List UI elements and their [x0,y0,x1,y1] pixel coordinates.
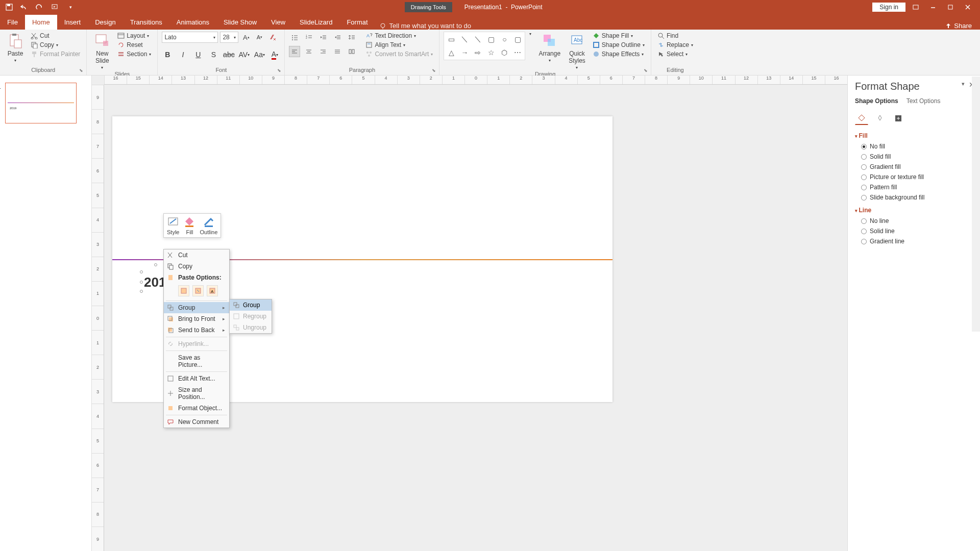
radio-solid-line[interactable]: Solid line [855,226,973,236]
align-text-button[interactable]: Align Text ▾ [363,41,435,49]
save-icon[interactable] [5,3,13,11]
paste-keep-source-icon[interactable] [192,285,204,296]
sign-in-button[interactable]: Sign in [872,3,905,12]
undo-icon[interactable] [20,3,29,11]
quick-styles-button[interactable]: Abc Quick Styles▾ [566,32,589,71]
shape-line2-icon[interactable]: ＼ [472,33,484,45]
change-case-icon[interactable]: Aa▾ [254,49,265,60]
tab-view[interactable]: View [264,15,292,30]
close-icon[interactable] [961,2,975,12]
bullets-icon[interactable] [289,32,300,43]
tab-animations[interactable]: Animations [169,15,216,30]
columns-icon[interactable] [346,46,357,57]
maximize-icon[interactable] [943,2,958,12]
selection-handle[interactable] [140,281,143,284]
italic-button[interactable]: I [177,49,188,60]
fill-section-header[interactable]: Fill [855,132,973,139]
rotation-handle[interactable] [154,263,157,266]
text-direction-button[interactable]: AText Direction ▾ [363,32,435,40]
new-slide-button[interactable]: New Slide▾ [91,32,113,71]
find-button[interactable]: Find [655,32,695,40]
pane-tab-shape-options[interactable]: Shape Options [855,97,898,107]
tab-format[interactable]: Format [339,15,375,30]
ctx-send-back[interactable]: Send to Back▸ [164,324,229,336]
arrange-button[interactable]: Arrange▾ [535,32,564,64]
tab-slidelizard[interactable]: SlideLizard [292,15,339,30]
increase-indent-icon[interactable] [332,32,343,43]
shape-line-icon[interactable]: ＼ [458,33,471,45]
tell-me-search[interactable]: Tell me what you want to do [379,22,471,30]
shape-star-icon[interactable]: ☆ [485,46,497,59]
radio-picture-fill[interactable]: Picture or texture fill [855,172,973,182]
tab-insert[interactable]: Insert [57,15,88,30]
ctx-size-pos[interactable]: Size and Position... [164,384,229,403]
tab-slideshow[interactable]: Slide Show [216,15,264,30]
mini-style-button[interactable]: Style [167,216,179,235]
shape-arrow-d-icon[interactable]: ⇨ [472,46,484,59]
radio-slide-bg-fill[interactable]: Slide background fill [855,192,973,203]
shape-arrow-r-icon[interactable]: → [458,46,471,59]
clear-formatting-icon[interactable] [267,32,278,43]
shapes-more-icon[interactable]: ▾ [529,32,531,36]
radio-gradient-fill[interactable]: Gradient fill [855,162,973,172]
convert-smartart-button[interactable]: Convert to SmartArt ▾ [363,50,435,58]
slide-canvas-area[interactable]: 1615141312111098765432101234567891011121… [92,76,847,551]
align-left-icon[interactable] [289,46,300,57]
line-section-header[interactable]: Line [855,207,973,214]
font-launcher-icon[interactable]: ⬊ [277,68,283,74]
increase-font-icon[interactable]: A▴ [240,32,252,43]
shape-effects-button[interactable]: Shape Effects ▾ [591,50,647,58]
pane-options-icon[interactable]: ▾ [962,81,965,87]
slide-thumbnail-1[interactable]: 1 2019 [5,83,77,123]
shape-hex-icon[interactable]: ⬡ [498,46,510,59]
paragraph-launcher-icon[interactable]: ⬊ [432,68,438,74]
size-category-icon[interactable] [892,112,905,125]
align-center-icon[interactable] [303,46,314,57]
selection-handle[interactable] [140,270,143,273]
shape-oval-icon[interactable]: ○ [498,33,510,45]
tab-design[interactable]: Design [88,15,122,30]
start-from-beginning-icon[interactable] [51,3,59,11]
vertical-scrollbar[interactable] [972,77,980,332]
paste-picture-icon[interactable]: A [207,285,218,296]
ribbon-display-icon[interactable] [909,2,923,12]
ctx-bring-front[interactable]: Bring to Front▸ [164,313,229,324]
decrease-indent-icon[interactable] [317,32,329,43]
ctx-cut[interactable]: Cut [164,249,229,261]
ctx-edit-alt[interactable]: Edit Alt Text... [164,373,229,384]
numbering-icon[interactable]: 12 [303,32,314,43]
justify-icon[interactable] [332,46,343,57]
paste-button[interactable]: Paste ▾ [4,32,27,64]
underline-button[interactable]: U [192,49,204,60]
font-color-icon[interactable]: A▾ [269,49,280,60]
shapes-gallery[interactable]: ▭ ＼ ＼ ▢ ○ ▢ △ → ⇨ ☆ ⬡ ⋯ [444,32,525,60]
bold-button[interactable]: B [162,49,173,60]
tab-home[interactable]: Home [25,15,57,30]
shape-rect2-icon[interactable]: ▢ [485,33,497,45]
share-button[interactable]: Share [945,22,980,30]
minimize-icon[interactable] [926,2,940,12]
shape-outline-button[interactable]: Shape Outline ▾ [591,41,647,49]
radio-no-fill[interactable]: No fill [855,141,973,152]
tab-file[interactable]: File [0,15,25,30]
tab-transitions[interactable]: Transitions [123,15,169,30]
radio-solid-fill[interactable]: Solid fill [855,152,973,162]
drawing-launcher-icon[interactable]: ⬊ [644,68,650,74]
format-painter-button[interactable]: Format Painter [29,50,82,58]
shape-more-icon[interactable]: ⋯ [511,46,524,59]
ctx-new-comment[interactable]: New Comment [164,416,229,428]
shape-fill-button[interactable]: Shape Fill ▾ [591,32,647,40]
selection-handle[interactable] [140,290,143,293]
character-spacing-icon[interactable]: AV▾ [238,49,250,60]
ctx-save-picture[interactable]: Save as Picture... [164,352,229,370]
paste-dest-theme-icon[interactable] [178,285,189,296]
pane-tab-text-options[interactable]: Text Options [906,97,941,107]
radio-gradient-line[interactable]: Gradient line [855,236,973,246]
font-name-select[interactable]: Lato▾ [162,32,218,43]
copy-button[interactable]: Copy ▾ [29,41,82,49]
radio-no-line[interactable]: No line [855,216,973,226]
section-button[interactable]: Section ▾ [115,50,153,58]
reset-button[interactable]: Reset [115,41,153,49]
font-size-select[interactable]: 28▾ [220,32,238,43]
replace-button[interactable]: Replace ▾ [655,41,695,49]
